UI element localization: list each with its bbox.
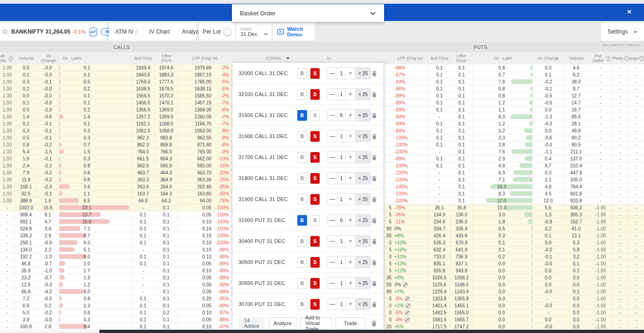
increment-button[interactable]: + — [346, 89, 356, 100]
decrement-button[interactable]: — — [328, 194, 337, 205]
call-row[interactable]: -258.1-0.96.00.10.10.10-100% — [0, 239, 232, 246]
call-row[interactable]: 1.007.9-0.20.8463.7464.3463.70-20% — [0, 169, 232, 176]
sell-toggle[interactable]: S — [310, 110, 320, 121]
put-row[interactable]: 5-11%234.6236.01.8-0.8152.7-1.00-- — [384, 218, 644, 225]
call-row[interactable]: -7.2-0.30.80.10.10.20-95% — [0, 295, 232, 302]
put-row[interactable]: -100%0.10.12.8-0.080.5--- — [384, 141, 644, 148]
increment-button[interactable]: + — [346, 278, 356, 289]
quantity-value[interactable]: 6 — [337, 215, 346, 226]
call-row[interactable]: 1.000.1-0.00.11456.51470.11467.15-7% — [0, 99, 232, 106]
increment-button[interactable]: + — [346, 215, 356, 226]
call-row[interactable]: 1.000.2-0.00.21638.51678.51638.15-6% — [0, 85, 232, 92]
call-row[interactable]: -992.14.716.60.10.10.10-100% — [0, 218, 232, 225]
delete-item-trash-icon[interactable] — [371, 91, 378, 98]
put-row[interactable]: -99%0.10.10.8-0.512.7--- — [384, 92, 644, 99]
increment-button[interactable]: + — [346, 110, 356, 121]
call-row[interactable]: -339.32.98.70.10.10.15-100% — [0, 232, 232, 239]
add-to-virtual-trade-button[interactable]: Add to Virtual Trade — [301, 317, 331, 329]
settings-button[interactable]: Settings — [601, 23, 644, 41]
buy-toggle[interactable]: B — [297, 89, 307, 100]
put-row[interactable]: -99%0.10.11.2-0.514.7--- — [384, 99, 644, 106]
buy-toggle[interactable]: B — [297, 194, 307, 205]
quantity-value[interactable]: 1 — [337, 298, 346, 310]
put-row[interactable]: 5+10%632.4641.90.1-0.00.8-1.00-- — [384, 246, 644, 253]
sell-toggle[interactable]: S — [310, 215, 320, 226]
clear-basket-trash-icon[interactable] — [371, 319, 378, 327]
decrement-button[interactable]: — — [328, 152, 337, 163]
delete-item-trash-icon[interactable] — [371, 280, 378, 287]
put-row[interactable]: 5-78%35.135.810.35.5936.2-1.00-- — [384, 204, 644, 211]
per-lot-toggle[interactable] — [224, 29, 231, 35]
call-row[interactable]: 1.000.3-0.10.51759.01777.51765.00-5% — [0, 78, 232, 85]
call-row[interactable]: -66.8-4.28.0-0.10.05-99% — [0, 288, 232, 295]
decrement-button[interactable]: — — [328, 298, 337, 310]
call-row[interactable]: -524.83.47.10.10.10.15-100% — [0, 225, 232, 232]
put-row[interactable]: -99%0.10.12.90.4137.0--- — [384, 155, 644, 162]
put-row[interactable]: 0-5%1482.51555.00.0-0.0-1.00-- — [384, 309, 644, 316]
buy-toggle[interactable]: B — [297, 152, 307, 163]
call-row[interactable]: 1.000.0-0.00.11939.41974.61975.60-2% — [0, 64, 232, 71]
increment-button[interactable]: + — [346, 152, 356, 163]
call-row[interactable]: 1.000.1-0.00.11843.51883.31867.15-4% — [0, 71, 232, 78]
quantity-value[interactable]: 6 — [337, 110, 346, 121]
sell-toggle[interactable]: S — [310, 152, 320, 163]
put-row[interactable]: -100%-0.115.34.8784.4--- — [384, 183, 644, 190]
horizontal-scrollbar[interactable] — [0, 330, 644, 333]
buy-toggle[interactable]: B — [297, 173, 307, 184]
delete-item-trash-icon[interactable] — [371, 196, 378, 203]
quantity-value[interactable]: 1 — [337, 278, 346, 289]
put-row[interactable]: -98%0.10.10.80.34.6--- — [384, 64, 644, 71]
put-row[interactable]: 20+5%1717.51747.20.0-0.00.0-1.00-- — [384, 323, 644, 330]
decrement-button[interactable]: — — [328, 89, 337, 100]
put-row[interactable]: -98%0.10.10.8-0.18.7--- — [384, 85, 644, 92]
decrement-button[interactable]: — — [328, 215, 337, 226]
search-icon[interactable] — [2, 29, 8, 35]
put-row[interactable]: -100%-0.18.34.5601.8--- — [384, 190, 644, 197]
increment-button[interactable]: + — [346, 298, 356, 310]
put-row[interactable]: -99%0.10.11.10.016.7--- — [384, 106, 644, 113]
decrement-button[interactable]: — — [328, 236, 337, 247]
call-row[interactable]: 1.0092.5-0.11.1163.7164.3163.80-50% — [0, 190, 232, 197]
sell-toggle[interactable]: S — [310, 89, 320, 100]
put-row[interactable]: -97%0.10.10.70.16.2--- — [384, 71, 644, 78]
delete-item-trash-icon[interactable] — [371, 259, 378, 266]
decrement-button[interactable]: — — [328, 110, 337, 121]
put-row[interactable]: 90+7%1226.41243.90.0-0.00.1-1.00-- — [384, 288, 644, 295]
quantity-value[interactable]: 1 — [337, 194, 346, 205]
decrement-button[interactable]: — — [328, 257, 337, 268]
quantity-value[interactable]: 1 — [337, 131, 346, 142]
delete-item-trash-icon[interactable] — [371, 133, 378, 140]
watch-demo-button[interactable]: Watch Demo — [273, 23, 315, 41]
put-row[interactable]: -99%0.10.13.20.049.8--- — [384, 127, 644, 134]
help-icon[interactable]: ? — [606, 56, 610, 61]
call-row[interactable]: -35.9-1.01.7-0.10.10-99% — [0, 267, 232, 274]
expiry-selector[interactable]: Expiry 31 Dec — [236, 23, 272, 41]
put-row[interactable]: -100%-0.17.12.1335.0--- — [384, 176, 644, 183]
call-row[interactable]: -46.8-0.72.00.10.10.05-99% — [0, 260, 232, 267]
put-row[interactable]: -99%0.10.11.2-0.328.1--- — [384, 120, 644, 127]
put-row[interactable]: -99%-0.18.0-1.385.6--- — [384, 113, 644, 120]
decrement-button[interactable]: — — [328, 68, 337, 79]
call-row[interactable]: -3.9-0.00.30.10.10.05-98% — [0, 316, 232, 323]
call-row[interactable]: 1.001.0-0.10.3661.5664.3662.00-13% — [0, 155, 232, 162]
quantity-value[interactable]: 1 — [337, 68, 346, 79]
sell-toggle[interactable]: S — [310, 278, 320, 289]
help-icon[interactable]: ? — [639, 56, 644, 61]
increment-button[interactable]: + — [346, 68, 356, 79]
call-row[interactable]: -1002.015.523.1-0.10.05-100% — [0, 204, 232, 211]
put-row[interactable]: 0+2%1401.41455.10.0-0.00.0-1.00-- — [384, 302, 644, 309]
delete-item-trash-icon[interactable] — [371, 70, 378, 77]
call-row[interactable]: -6.90.21.30.10.10.05-99% — [0, 302, 232, 309]
put-row[interactable]: 0-4%1581.51655.70.00.00.0-1.00-- — [384, 316, 644, 323]
call-row[interactable]: -134.02.25.1-0.10.15-99% — [0, 246, 232, 253]
put-row[interactable]: 5-35%134.9136.03.01.3305.3-1.00-- — [384, 211, 644, 218]
increment-button[interactable]: + — [346, 131, 356, 142]
increment-button[interactable]: + — [346, 194, 356, 205]
put-row[interactable]: 00+8%426.4435.60.30.113.1-1.00-- — [384, 232, 644, 239]
scrollbar-thumb[interactable] — [99, 330, 644, 333]
buy-toggle[interactable]: B — [297, 215, 307, 226]
delete-item-trash-icon[interactable] — [371, 154, 378, 161]
call-row[interactable]: -12.6-0.31.2-0.10.05-99% — [0, 281, 232, 288]
put-row[interactable]: 000%1125.61148.00.00.00.0-1.00-- — [384, 281, 644, 288]
put-row[interactable]: 35+9%1026.51058.20.00.00.0-1.00-- — [384, 274, 644, 281]
